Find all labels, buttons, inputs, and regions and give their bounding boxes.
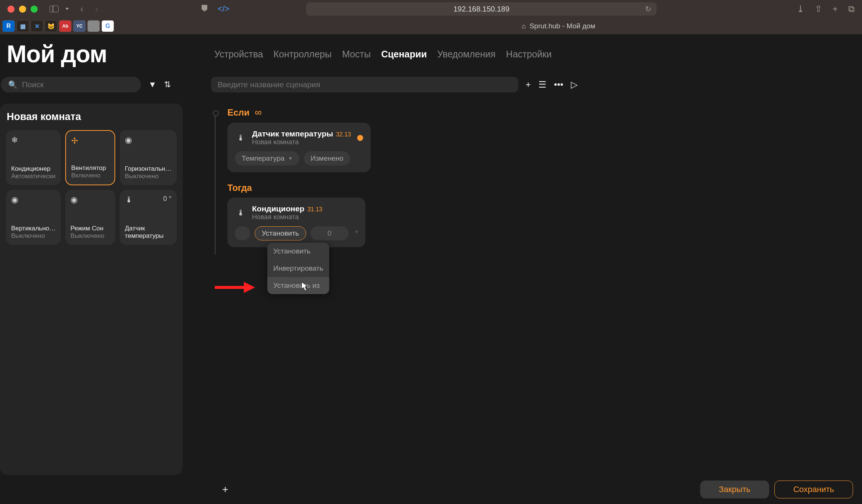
minimize-window-button[interactable] — [19, 6, 26, 13]
dropdown-option-set[interactable]: Установить — [267, 243, 329, 260]
device-temp-value: 0 ° — [163, 195, 172, 203]
scenario-name-input[interactable] — [211, 77, 518, 92]
snowflake-icon: ❄ — [11, 135, 56, 145]
add-button[interactable]: + — [526, 79, 531, 90]
main-content: Новая комната ❄ Кондиционер Автоматическ… — [0, 96, 862, 475]
add-icon[interactable]: + — [222, 483, 228, 495]
then-section-header: Тогда — [227, 183, 862, 193]
scenario-block: Если ∞ 🌡 Датчик температуры 32.13 Новая … — [213, 107, 862, 247]
device-tile-sleep[interactable]: ◉ Режим Сон Выключено — [65, 190, 115, 245]
toggle-icon: ◉ — [11, 195, 56, 205]
app-body: Мой дом Устройства Контроллеры Мосты Сце… — [0, 34, 862, 504]
chevron-down-icon: ▼ — [288, 156, 293, 161]
then-card-title: Кондиционер — [252, 204, 304, 213]
shield-icon[interactable]: ⛊ — [201, 4, 209, 14]
app-title: Мой дом — [7, 40, 107, 68]
maximize-window-button[interactable] — [31, 6, 38, 13]
infinity-icon[interactable]: ∞ — [255, 107, 262, 118]
nav-tab-controllers[interactable]: Контроллеры — [274, 49, 332, 60]
search-input[interactable] — [22, 80, 133, 89]
device-tile-horizontal[interactable]: ◉ Горизонтальн… Выключено — [120, 130, 177, 185]
then-card-room: Новая комната — [252, 213, 358, 221]
favicon-github[interactable]: 😺 — [45, 20, 57, 32]
nav-tab-bridges[interactable]: Мосты — [342, 49, 371, 60]
favicon-grid[interactable]: ▦ — [16, 20, 29, 32]
tabs-icon[interactable]: ⧉ — [848, 4, 855, 14]
action-selector[interactable]: Установить — [255, 226, 306, 240]
forward-button[interactable]: › — [95, 3, 98, 15]
target-value-input[interactable] — [311, 226, 349, 240]
then-card-value: 31.13 — [307, 206, 322, 213]
app-footer: + Закрыть Сохранить — [0, 475, 862, 504]
toggle-icon: ◉ — [125, 135, 172, 145]
favicon-m[interactable]: ✕ — [31, 20, 43, 32]
if-label: Если — [227, 107, 249, 118]
if-card-title: Датчик температуры — [252, 129, 333, 138]
back-button[interactable]: ‹ — [80, 3, 84, 15]
if-card[interactable]: 🌡 Датчик температуры 32.13 Новая комната — [227, 123, 371, 172]
dropdown-option-invert[interactable]: Инвертировать — [267, 260, 329, 277]
new-tab-icon[interactable]: + — [833, 4, 838, 14]
if-card-room: Новая комната — [252, 138, 352, 146]
condition-selector[interactable]: Изменено — [304, 151, 350, 166]
search-icon: 🔍 — [8, 80, 18, 89]
nav-tabs: Устройства Контроллеры Мосты Сценарии Ув… — [214, 49, 552, 60]
sidebar-toggle-icon[interactable] — [50, 6, 59, 12]
favicon-red[interactable]: Ab — [59, 20, 72, 32]
nav-tab-devices[interactable]: Устройства — [214, 49, 263, 60]
play-icon[interactable]: ▷ — [571, 79, 578, 90]
toggle-pill[interactable] — [235, 226, 250, 240]
chevron-down-icon[interactable] — [65, 8, 69, 10]
status-dot — [357, 135, 363, 141]
app-header: Мой дом Устройства Контроллеры Мосты Сце… — [0, 34, 862, 69]
code-icon[interactable]: </> — [218, 4, 230, 14]
if-section-header: Если ∞ — [227, 107, 862, 118]
home-icon: ⌂ — [522, 22, 526, 30]
download-icon[interactable]: ⤓ — [797, 4, 804, 14]
then-card[interactable]: 🌡 Кондиционер 31.13 Новая комната У — [227, 198, 365, 247]
share-icon[interactable]: ⇧ — [815, 4, 822, 14]
toggle-icon: ◉ — [70, 195, 110, 205]
favicon-yc[interactable]: YC — [73, 20, 86, 32]
search-box[interactable]: 🔍 — [1, 77, 141, 92]
favicon-google[interactable]: G — [101, 20, 114, 32]
favicon-r[interactable]: R — [2, 20, 15, 32]
traffic-lights — [7, 6, 38, 13]
room-panel: Новая комната ❄ Кондиционер Автоматическ… — [0, 104, 183, 475]
device-tile-fan[interactable]: ✢ Вентилятор Включено — [65, 130, 115, 185]
browser-chrome: ‹ › ⛊ </> 192.168.150.189 ↻ ⤓ ⇧ + ⧉ — [0, 0, 862, 18]
filter-icon[interactable]: ▼ — [148, 80, 157, 89]
nav-tab-notifications[interactable]: Уведомления — [437, 49, 496, 60]
url-bar[interactable]: 192.168.150.189 ↻ — [306, 2, 657, 16]
dropdown-option-set-from[interactable]: Установить из — [267, 277, 329, 294]
fan-icon: ✢ — [71, 136, 109, 146]
unit-label: ° — [355, 230, 358, 237]
url-text: 192.168.150.189 — [453, 5, 509, 13]
device-tile-temp-sensor[interactable]: 🌡 0 ° Датчик температуры — [120, 190, 177, 245]
favicon-gray[interactable] — [87, 20, 100, 32]
nav-tab-scenarios[interactable]: Сценарии — [381, 49, 427, 60]
app-toolbar: 🔍 ▼ ⇅ + ☰ ••• ▷ — [0, 69, 862, 96]
sort-icon[interactable]: ⇅ — [164, 80, 171, 89]
device-grid: ❄ Кондиционер Автоматически ✢ Вентилятор… — [6, 130, 177, 245]
thermometer-icon: 🌡 — [235, 207, 247, 219]
nav-tab-settings[interactable]: Настройки — [506, 49, 552, 60]
action-dropdown: Установить Инвертировать Установить из — [267, 243, 329, 294]
list-icon[interactable]: ☰ — [538, 79, 547, 90]
close-button[interactable]: Закрыть — [700, 481, 769, 498]
room-title: Новая комната — [6, 111, 177, 123]
thermometer-icon: 🌡 — [235, 132, 247, 144]
save-button[interactable]: Сохранить — [774, 481, 853, 498]
if-card-value: 32.13 — [336, 131, 351, 138]
close-window-button[interactable] — [7, 6, 15, 13]
refresh-icon[interactable]: ↻ — [645, 4, 651, 13]
page-title-tab: ⌂ Sprut.hub - Мой дом — [257, 22, 860, 30]
then-label: Тогда — [227, 183, 252, 193]
device-tile-vertical[interactable]: ◉ Вертикально… Выключено — [6, 190, 61, 245]
more-icon[interactable]: ••• — [554, 79, 563, 90]
device-tile-ac[interactable]: ❄ Кондиционер Автоматически — [6, 130, 61, 185]
parameter-selector[interactable]: Температура ▼ — [235, 151, 299, 166]
tab-bar: R ▦ ✕ 😺 Ab YC G ⌂ Sprut.hub - Мой дом — [0, 18, 862, 34]
scenario-connector-line — [215, 110, 216, 255]
